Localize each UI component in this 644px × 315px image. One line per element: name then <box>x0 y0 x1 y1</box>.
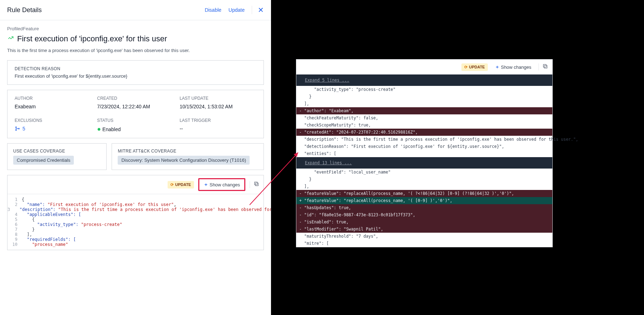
copy-button[interactable] <box>250 181 259 188</box>
diff-expand-row[interactable]: Expand 13 lines ... <box>296 157 552 169</box>
author-label: AUTHOR <box>15 96 91 101</box>
rule-title-row: First execution of 'ipconfig.exe' for th… <box>7 34 264 43</box>
panel-content: ProfiledFeature First execution of 'ipco… <box>0 20 271 256</box>
update-badge[interactable]: ⟳ UPDATE <box>168 181 194 189</box>
detection-reason-label: DETECTION REASON <box>15 66 256 71</box>
created-value: 7/23/2024, 12:22:40 AM <box>97 104 174 109</box>
code-panel: ⟳ UPDATE ＋ Show changes 1{ 2 "name": "Fi… <box>7 175 264 250</box>
diff-removed-line: -"lastModifier": "Swapnil Patil", <box>296 226 552 233</box>
rule-title: First execution of 'ipconfig.exe' for th… <box>17 34 167 43</box>
exclusions-link[interactable]: 5 <box>15 126 91 131</box>
svg-rect-3 <box>255 183 258 186</box>
refresh-icon: ⟳ <box>170 182 174 187</box>
last-update-value: 10/15/2024, 1:53:02 AM <box>180 104 256 109</box>
show-changes-button[interactable]: ＋ Show changes <box>201 180 243 189</box>
usecases-box: USE CASES COVERAGE Compromised Credentia… <box>7 143 107 170</box>
code-body[interactable]: 1{ 2 "name": "First execution of 'ipconf… <box>7 194 264 250</box>
exclusions-count: 5 <box>22 126 25 131</box>
header-actions: Disable Update ✕ <box>205 6 264 14</box>
copy-icon <box>542 63 548 69</box>
svg-rect-5 <box>544 65 547 68</box>
diff-removed-line: -"hasUpdates": true, <box>296 204 552 211</box>
status-dot-icon: ● <box>97 125 101 133</box>
diff-removed-line: -"isEnabled": true, <box>296 218 552 226</box>
panel-title: Rule Details <box>7 6 42 14</box>
status-value: ● Enabled <box>97 126 174 132</box>
close-button[interactable]: ✕ <box>252 6 264 14</box>
mitre-chip[interactable]: Discovery: System Network Configuration … <box>118 156 250 165</box>
diff-added-line: +"featureValue": "replaceAll(process_nam… <box>296 197 552 204</box>
rule-icon <box>7 35 14 42</box>
svg-rect-4 <box>255 182 257 185</box>
diff-panel: ⟳ UPDATE ＋ Show changes Expand 5 lines .… <box>296 59 553 247</box>
diff-removed-line: -"featureValue": "replaceAll(process_nam… <box>296 190 552 197</box>
rule-description: This is the first time a process executi… <box>7 48 264 53</box>
coverage-row: USE CASES COVERAGE Compromised Credentia… <box>7 143 264 170</box>
diff-update-badge[interactable]: ⟳ UPDATE <box>461 63 487 71</box>
last-update-label: LAST UPDATE <box>180 96 256 101</box>
disable-button[interactable]: Disable <box>205 7 221 13</box>
rule-details-panel: Rule Details Disable Update ✕ ProfiledFe… <box>0 0 271 315</box>
update-button[interactable]: Update <box>229 7 245 13</box>
mitre-box: MITRE ATT&CK COVERAGE Discovery: System … <box>112 143 264 170</box>
usecase-chip[interactable]: Compromised Credentials <box>13 156 74 165</box>
status-label: STATUS <box>97 118 174 123</box>
created-label: CREATED <box>97 96 174 101</box>
diff-show-changes-button[interactable]: ＋ Show changes <box>492 62 534 72</box>
diff-removed-line: -"id": "f8a0e15e-9887-473e-8123-0c01bf17… <box>296 211 552 218</box>
rule-type-label: ProfiledFeature <box>7 26 264 31</box>
code-toolbar: ⟳ UPDATE ＋ Show changes <box>7 175 264 194</box>
panel-header: Rule Details Disable Update ✕ <box>0 0 271 20</box>
last-trigger-value: -- <box>180 126 256 131</box>
diff-expand-row[interactable]: Expand 5 lines ... <box>296 74 552 86</box>
refresh-icon: ⟳ <box>464 65 467 69</box>
detection-reason-box: DETECTION REASON First execution of 'ipc… <box>7 60 264 85</box>
exclusions-label: EXCLUSIONS <box>15 118 91 123</box>
last-trigger-label: LAST TRIGGER <box>180 118 256 123</box>
diff-body[interactable]: Expand 5 lines ... "activity_type": "pro… <box>296 74 552 247</box>
detection-reason-text: First execution of 'ipconfig.exe' for ${… <box>15 73 256 79</box>
svg-point-1 <box>16 130 17 131</box>
diff-toolbar: ⟳ UPDATE ＋ Show changes <box>296 60 552 74</box>
show-changes-highlight: ＋ Show changes <box>198 178 245 191</box>
svg-rect-6 <box>543 64 546 67</box>
svg-point-0 <box>16 127 17 128</box>
branch-icon <box>15 126 20 131</box>
metadata-box: AUTHOR Exabeam CREATED 7/23/2024, 12:22:… <box>7 90 264 138</box>
copy-icon <box>254 181 259 187</box>
diff-removed-line: -"author": "Exabeam", <box>296 107 552 114</box>
plus-icon: ＋ <box>204 181 208 188</box>
mitre-label: MITRE ATT&CK COVERAGE <box>118 149 258 154</box>
plus-icon: ＋ <box>495 64 500 70</box>
diff-removed-line: -"createdAt": "2024-07-23T07:22:40.51629… <box>296 129 552 136</box>
author-value: Exabeam <box>15 104 91 109</box>
usecases-label: USE CASES COVERAGE <box>13 149 101 154</box>
diff-copy-button[interactable] <box>538 63 548 71</box>
svg-point-2 <box>19 128 20 129</box>
